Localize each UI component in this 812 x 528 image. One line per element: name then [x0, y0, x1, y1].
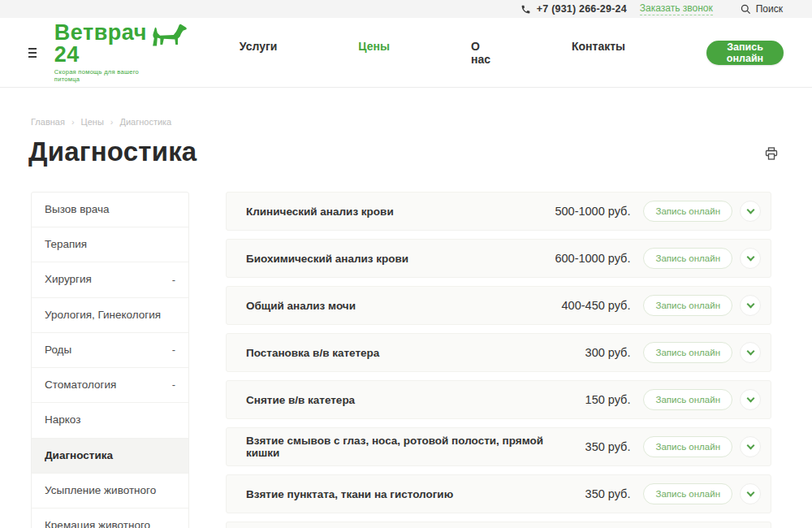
chevron-down-icon	[746, 395, 754, 403]
sidebar-item-rody[interactable]: Роды-	[32, 333, 188, 368]
expand-row-button[interactable]	[740, 342, 761, 363]
breadcrumb-separator: ›	[71, 117, 75, 127]
submenu-marker: -	[167, 343, 175, 357]
row-book-button[interactable]: Запись онлайн	[643, 483, 732, 504]
page-title: Диагностика	[28, 136, 197, 167]
chevron-down-icon	[746, 206, 754, 214]
expand-row-button[interactable]	[740, 201, 761, 222]
sidebar-item-narkoz[interactable]: Наркоз	[32, 403, 188, 438]
sidebar: Вызов врача Терапия Хирургия- Урология, …	[31, 192, 189, 528]
chevron-down-icon	[746, 442, 754, 450]
row-book-button[interactable]: Запись онлайн	[643, 436, 732, 457]
sidebar-item-vyzov-vracha[interactable]: Вызов врача	[32, 193, 188, 227]
nav-contacts[interactable]: Контакты	[572, 40, 625, 66]
main-nav: Услуги Цены О нас Контакты	[240, 40, 706, 66]
breadcrumb-current: Диагностика	[119, 117, 171, 127]
service-price: 500-1000 руб.	[555, 205, 630, 218]
service-name: Взятие пунктата, ткани на гистологию	[246, 488, 585, 500]
row-book-button[interactable]: Запись онлайн	[643, 248, 732, 269]
search-icon	[741, 4, 751, 15]
breadcrumb-home[interactable]: Главная	[31, 117, 65, 127]
phone-block[interactable]: +7 (931) 266-29-24	[520, 3, 627, 15]
print-icon[interactable]	[765, 147, 778, 160]
order-call-link[interactable]: Заказать звонок	[640, 2, 713, 15]
price-row: Постановка в/в катетера 300 руб. Запись …	[226, 333, 771, 372]
logo-title: Ветврач 24	[54, 22, 147, 66]
sidebar-item-usyplenie[interactable]: Усыпление животного	[32, 474, 188, 509]
submenu-marker: -	[167, 273, 175, 288]
price-row: Взятие пунктата, ткани на гистологию 350…	[226, 474, 771, 513]
dog-logo-icon	[150, 22, 189, 48]
title-bar: Диагностика	[28, 136, 778, 167]
service-price: 300 руб.	[585, 346, 631, 359]
price-row: Общий анализ мочи 400-450 руб. Запись он…	[226, 286, 771, 325]
service-price: 400-450 руб.	[562, 299, 631, 312]
expand-row-button[interactable]	[740, 248, 761, 269]
logo-subtitle: Скорая помощь для вашего питомца	[54, 68, 147, 83]
price-list: Клинический анализ крови 500-1000 руб. З…	[226, 192, 771, 528]
row-book-button[interactable]: Запись онлайн	[643, 342, 732, 363]
phone-icon	[520, 4, 531, 15]
price-row: Клинический анализ крови 500-1000 руб. З…	[226, 192, 771, 231]
sidebar-item-diagnostika[interactable]: Диагностика	[32, 439, 188, 474]
expand-row-button[interactable]	[740, 389, 761, 410]
service-name: Общий анализ мочи	[246, 300, 562, 312]
content: Вызов врача Терапия Хирургия- Урология, …	[31, 192, 771, 528]
submenu-marker: -	[167, 378, 175, 392]
price-row-peek	[226, 522, 771, 528]
expand-row-button[interactable]	[740, 295, 761, 316]
expand-row-button[interactable]	[740, 483, 761, 504]
service-price: 350 руб.	[585, 487, 631, 500]
row-book-button[interactable]: Запись онлайн	[643, 389, 732, 410]
breadcrumb-separator: ›	[110, 117, 114, 127]
chevron-down-icon	[746, 253, 754, 262]
sidebar-item-kremaciya[interactable]: Кремация животного (после нашей эвтанази…	[32, 509, 188, 528]
chevron-down-icon	[746, 489, 754, 497]
service-name: Снятие в/в катетера	[246, 394, 585, 406]
service-name: Клинический анализ крови	[246, 206, 555, 218]
service-price: 350 руб.	[585, 440, 631, 453]
price-row: Взятие смывов с глаз, носа, ротовой поло…	[226, 427, 771, 466]
nav-prices[interactable]: Цены	[358, 40, 390, 66]
service-price: 150 руб.	[585, 393, 631, 406]
price-row: Снятие в/в катетера 150 руб. Запись онла…	[226, 380, 771, 419]
header: Ветврач 24 Скорая помощь для вашего пито…	[0, 18, 812, 88]
service-name: Постановка в/в катетера	[246, 347, 585, 359]
menu-icon[interactable]	[28, 45, 37, 60]
breadcrumb-prices[interactable]: Цены	[81, 117, 104, 127]
breadcrumb: Главная › Цены › Диагностика	[31, 117, 784, 127]
chevron-down-icon	[746, 348, 754, 356]
topbar: +7 (931) 266-29-24 Заказать звонок Поиск	[0, 0, 812, 18]
book-online-button[interactable]: Запись онлайн	[706, 41, 784, 65]
logo[interactable]: Ветврач 24 Скорая помощь для вашего пито…	[54, 22, 189, 83]
nav-services[interactable]: Услуги	[240, 40, 278, 66]
chevron-down-icon	[746, 301, 754, 309]
expand-row-button[interactable]	[740, 436, 761, 457]
phone-number[interactable]: +7 (931) 266-29-24	[537, 3, 627, 15]
search-block[interactable]: Поиск	[741, 3, 783, 15]
row-book-button[interactable]: Запись онлайн	[643, 295, 732, 316]
sidebar-item-khirurgiya[interactable]: Хирургия-	[32, 262, 188, 297]
row-book-button[interactable]: Запись онлайн	[643, 201, 732, 222]
search-label[interactable]: Поиск	[756, 3, 783, 15]
nav-about[interactable]: О нас	[471, 40, 490, 66]
service-name: Биохимический анализ крови	[246, 253, 555, 265]
service-price: 600-1000 руб.	[555, 252, 630, 265]
sidebar-item-stomatologiya[interactable]: Стоматология-	[32, 368, 188, 403]
service-name: Взятие смывов с глаз, носа, ротовой поло…	[246, 435, 585, 459]
sidebar-item-urologiya[interactable]: Урология, Гинекология	[32, 298, 188, 333]
price-row: Биохимический анализ крови 600-1000 руб.…	[226, 239, 771, 278]
sidebar-item-terapiya[interactable]: Терапия	[32, 227, 188, 262]
